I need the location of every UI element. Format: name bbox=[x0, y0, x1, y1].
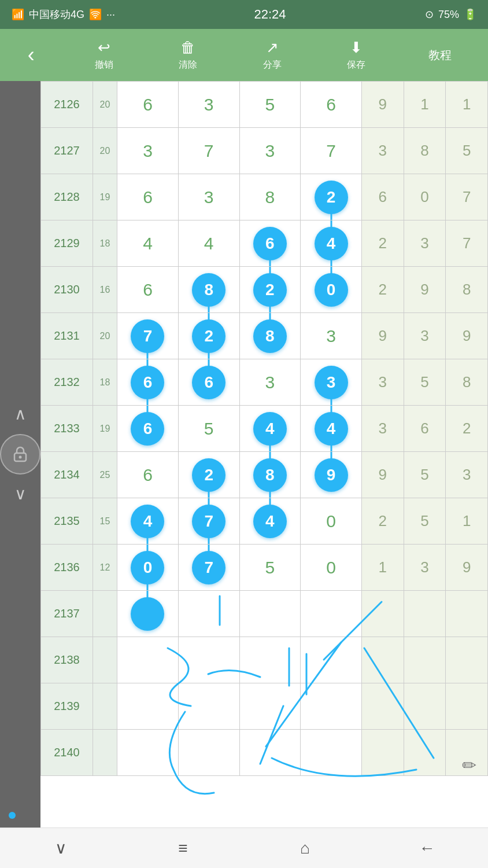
cell-r3 bbox=[446, 683, 488, 730]
row-num: 20 bbox=[93, 82, 117, 128]
clear-button[interactable]: 🗑 清除 bbox=[168, 39, 208, 71]
cell-d4[interactable] bbox=[301, 637, 362, 683]
cell-d1[interactable]: 4 bbox=[117, 220, 179, 267]
cell-d1[interactable]: 6 bbox=[117, 267, 179, 313]
cell-d1[interactable] bbox=[117, 683, 179, 730]
table-row: 2135154740251 bbox=[41, 498, 488, 545]
cell-d4[interactable]: 0 bbox=[301, 267, 362, 313]
save-button[interactable]: ⬇ 保存 bbox=[336, 39, 376, 71]
cell-d3[interactable]: 5 bbox=[239, 82, 301, 128]
pencil-button[interactable]: ✏ bbox=[462, 755, 476, 775]
cell-d1[interactable]: 0 bbox=[117, 545, 179, 591]
cell-d3[interactable] bbox=[239, 683, 301, 730]
cell-d3[interactable]: 8 bbox=[239, 452, 301, 498]
cell-r3: 2 bbox=[446, 406, 488, 452]
wifi-icon: 🛜 bbox=[89, 8, 102, 21]
back-button[interactable]: ‹ bbox=[28, 43, 35, 67]
lock-button[interactable] bbox=[0, 434, 40, 475]
cell-r3: 1 bbox=[446, 82, 488, 128]
cell-d2[interactable] bbox=[178, 637, 239, 683]
cell-d3[interactable] bbox=[239, 730, 301, 776]
cell-d1[interactable]: 3 bbox=[117, 128, 179, 174]
cell-d3[interactable]: 4 bbox=[239, 498, 301, 545]
cell-d4[interactable]: 4 bbox=[301, 220, 362, 267]
cell-d2[interactable]: 7 bbox=[178, 128, 239, 174]
cell-r3: 8 bbox=[446, 359, 488, 406]
cell-d2[interactable]: 8 bbox=[178, 267, 239, 313]
cell-d3[interactable]: 3 bbox=[239, 128, 301, 174]
cell-d4[interactable]: 0 bbox=[301, 545, 362, 591]
cell-d2[interactable]: 3 bbox=[178, 174, 239, 220]
cell-r2: 3 bbox=[404, 545, 446, 591]
cell-d3[interactable]: 8 bbox=[239, 174, 301, 220]
cell-d1[interactable]: 6 bbox=[117, 452, 179, 498]
cell-d3[interactable]: 8 bbox=[239, 313, 301, 359]
cell-d3[interactable]: 3 bbox=[239, 359, 301, 406]
cell-d3[interactable]: 5 bbox=[239, 545, 301, 591]
nav-back[interactable]: ← bbox=[410, 831, 445, 866]
cell-d2[interactable] bbox=[178, 591, 239, 637]
nav-chevron-down[interactable]: ∨ bbox=[44, 831, 79, 866]
share-label: 分享 bbox=[263, 59, 282, 71]
cell-d4[interactable] bbox=[301, 730, 362, 776]
cell-d4[interactable]: 3 bbox=[301, 313, 362, 359]
cell-d2[interactable]: 2 bbox=[178, 452, 239, 498]
cell-d3[interactable] bbox=[239, 637, 301, 683]
cell-r3: 3 bbox=[446, 452, 488, 498]
cell-d1[interactable]: 7 bbox=[117, 313, 179, 359]
cell-d1[interactable]: 6 bbox=[117, 406, 179, 452]
cell-d2[interactable] bbox=[178, 730, 239, 776]
cell-d3[interactable]: 6 bbox=[239, 220, 301, 267]
cell-d4[interactable]: 3 bbox=[301, 359, 362, 406]
cell-d4[interactable]: 9 bbox=[301, 452, 362, 498]
cell-r1: 6 bbox=[361, 174, 404, 220]
share-button[interactable]: ↗ 分享 bbox=[252, 39, 293, 71]
cell-d1[interactable] bbox=[117, 591, 179, 637]
cell-d1[interactable] bbox=[117, 637, 179, 683]
cell-d1[interactable] bbox=[117, 730, 179, 776]
cell-d4[interactable] bbox=[301, 683, 362, 730]
cell-d1[interactable]: 6 bbox=[117, 174, 179, 220]
cell-d4[interactable]: 4 bbox=[301, 406, 362, 452]
nav-menu[interactable]: ≡ bbox=[166, 831, 201, 866]
cell-d3[interactable]: 4 bbox=[239, 406, 301, 452]
cell-r2: 6 bbox=[404, 406, 446, 452]
cell-d4[interactable]: 6 bbox=[301, 82, 362, 128]
table-row: 2140 bbox=[41, 730, 488, 776]
carrier-text: 中国移动4G bbox=[29, 8, 84, 21]
cell-d3[interactable]: 2 bbox=[239, 267, 301, 313]
trash-icon: 🗑 bbox=[180, 39, 195, 57]
cell-r1: 2 bbox=[361, 220, 404, 267]
cell-d1[interactable]: 6 bbox=[117, 82, 179, 128]
row-id: 2127 bbox=[41, 128, 93, 174]
row-id: 2140 bbox=[41, 730, 93, 776]
row-num bbox=[93, 683, 117, 730]
tutorial-button[interactable]: 教程 bbox=[420, 47, 460, 63]
cell-d2[interactable]: 7 bbox=[178, 545, 239, 591]
cell-d2[interactable]: 5 bbox=[178, 406, 239, 452]
cell-d4[interactable]: 0 bbox=[301, 498, 362, 545]
cell-d4[interactable] bbox=[301, 591, 362, 637]
cell-d2[interactable]: 3 bbox=[178, 82, 239, 128]
cell-r3: 7 bbox=[446, 174, 488, 220]
cell-d2[interactable]: 7 bbox=[178, 498, 239, 545]
row-id: 2130 bbox=[41, 267, 93, 313]
cell-d2[interactable]: 2 bbox=[178, 313, 239, 359]
cell-d1[interactable]: 6 bbox=[117, 359, 179, 406]
row-id: 2137 bbox=[41, 591, 93, 637]
table-row: 2134256289953 bbox=[41, 452, 488, 498]
cell-d2[interactable]: 4 bbox=[178, 220, 239, 267]
cell-d4[interactable]: 2 bbox=[301, 174, 362, 220]
cell-d2[interactable] bbox=[178, 683, 239, 730]
cell-d3[interactable] bbox=[239, 591, 301, 637]
cell-d2[interactable]: 6 bbox=[178, 359, 239, 406]
undo-button[interactable]: ↩ 撤销 bbox=[84, 39, 124, 71]
cell-d1[interactable]: 4 bbox=[117, 498, 179, 545]
nav-home[interactable]: ⌂ bbox=[288, 831, 323, 866]
save-icon: ⬇ bbox=[350, 39, 363, 57]
row-id: 2131 bbox=[41, 313, 93, 359]
cell-d4[interactable]: 7 bbox=[301, 128, 362, 174]
scroll-up-button[interactable]: ∧ bbox=[14, 406, 27, 422]
cell-r3: 7 bbox=[446, 220, 488, 267]
scroll-down-button[interactable]: ∨ bbox=[14, 486, 27, 502]
